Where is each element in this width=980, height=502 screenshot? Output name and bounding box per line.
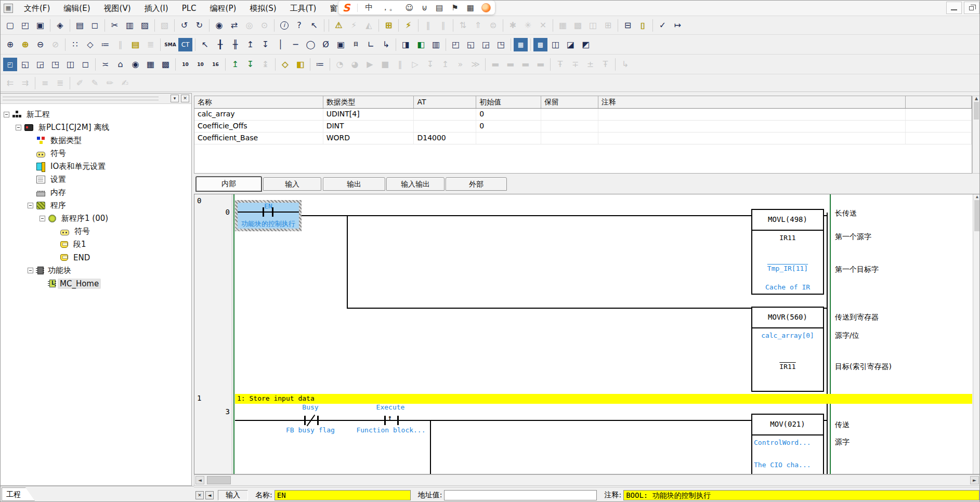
grid-icon[interactable]: ∷	[68, 38, 82, 51]
mov-operand1[interactable]: ControlWord...	[752, 439, 823, 446]
contact-nc-icon[interactable]: ╫	[228, 38, 242, 51]
new-icon[interactable]: ▢	[3, 19, 17, 32]
save-icon[interactable]: ▣	[33, 19, 47, 32]
tree-item-内存[interactable]: 内存	[1, 186, 191, 199]
window-mnemonic-icon[interactable]: ◱	[18, 58, 32, 71]
fb-name-field[interactable]: EN	[275, 490, 411, 500]
var-table-cell[interactable]: UDINT[4]	[323, 109, 414, 120]
tree-item-MC_Home[interactable]: MC_Home	[1, 277, 191, 290]
var-table-row[interactable]: calc_arrayUDINT[4]0	[194, 109, 972, 121]
var-table-cell[interactable]	[476, 133, 541, 144]
about-icon[interactable]: i	[277, 19, 291, 32]
menu-插入I[interactable]: 插入(I)	[138, 1, 175, 16]
var-table-cell[interactable]: Coefficient_Base	[194, 133, 323, 144]
ladder-horizontal-scrollbar[interactable]: ◄ ►	[194, 474, 980, 486]
memory-card-icon[interactable]: ▯	[636, 19, 650, 32]
address-reference-icon[interactable]: ⌂	[113, 58, 127, 71]
var-table-header-注释[interactable]: 注释	[598, 96, 906, 108]
fb-library-icon[interactable]: ◨	[399, 38, 413, 51]
var-table-row[interactable]: Coefficie_OffsDINT0	[194, 121, 972, 133]
monitor-signed-icon[interactable]: 10	[193, 58, 207, 71]
fb-comment-field[interactable]: BOOL: 功能块的控制执行	[623, 490, 979, 500]
zoom-select-icon[interactable]: ⊕	[18, 38, 32, 51]
edit-3-icon[interactable]: ◲	[479, 38, 493, 51]
ime-emoji-icon[interactable]: ☺	[401, 3, 417, 12]
contact-busy[interactable]	[304, 416, 306, 425]
zoom-in-icon[interactable]: ⊕	[3, 38, 17, 51]
var-table-cell[interactable]	[598, 121, 906, 132]
set-value-icon[interactable]: ◇	[278, 58, 292, 71]
var-table-row[interactable]: Coefficient_BaseWORDD14000	[194, 133, 972, 144]
contact-up-icon[interactable]: ↥	[243, 38, 257, 51]
tree-expander-icon[interactable]	[40, 216, 45, 221]
ladder-editor[interactable]: 0 0 1 3 EN 功能块的控制执行 MOVL(498) IR11 Tmp_I…	[194, 194, 980, 474]
selected-contact-en[interactable]: EN 功能块的控制执行	[235, 200, 302, 231]
compile-icon[interactable]: ◈	[53, 19, 67, 32]
tree-item-IO表和单元设置[interactable]: IO表和单元设置	[1, 160, 191, 173]
var-table-cell[interactable]: 0	[476, 109, 541, 120]
print-icon[interactable]: ▤	[73, 19, 87, 32]
sogou-logo-icon[interactable]: S	[343, 2, 350, 14]
go-rung-up-icon[interactable]: ↥	[228, 58, 242, 71]
var-table-header-名称[interactable]: 名称	[194, 96, 323, 108]
inverse-icon[interactable]: ↳	[379, 38, 393, 51]
rung-overview-icon[interactable]: ◇	[83, 38, 97, 51]
ime-chinese-mode-icon[interactable]: 中	[361, 3, 377, 12]
minimize-button[interactable]	[946, 2, 962, 14]
open-icon[interactable]: ◰	[18, 19, 32, 32]
movr-operand1[interactable]: calc_array[0]	[752, 332, 823, 339]
show-sma-icon[interactable]: SMA	[163, 38, 177, 51]
var-table-cell[interactable]	[906, 121, 972, 132]
menu-文件F[interactable]: 文件(F)	[17, 1, 57, 16]
fb-bar-back-button[interactable]: ◄	[205, 491, 214, 499]
var-table-cell[interactable]	[541, 109, 598, 120]
var-tab-输入输出[interactable]: 输入输出	[386, 177, 445, 191]
key-clear-icon[interactable]: ↦	[671, 19, 685, 32]
var-table-cell[interactable]: D14000	[414, 133, 476, 144]
var-table-cell[interactable]	[541, 133, 598, 144]
st-editor-icon[interactable]: ▥	[429, 38, 443, 51]
symbol-comments-icon[interactable]: ▤	[128, 38, 142, 51]
view-b-icon[interactable]: ◪	[564, 38, 578, 51]
show-ct-icon[interactable]: CT	[178, 38, 192, 51]
scroll-thumb[interactable]	[207, 476, 231, 484]
cross-reference-icon[interactable]: ≍	[98, 58, 112, 71]
coil-icon[interactable]: ◯	[304, 38, 318, 51]
key-set-icon[interactable]: ✓	[656, 19, 670, 32]
contact-execute[interactable]	[384, 416, 386, 425]
ladder-vertical-scrollbar[interactable]: ▲	[973, 194, 980, 474]
var-table-header-AT[interactable]: AT	[414, 96, 476, 108]
window-settings-icon[interactable]: ◻	[79, 58, 93, 71]
tree-expander-icon[interactable]	[28, 268, 33, 273]
tree-expander-icon[interactable]	[4, 112, 9, 117]
var-table-cell[interactable]: Coefficie_Offs	[194, 121, 323, 132]
var-table-cell[interactable]	[541, 121, 598, 132]
tree-expander-icon[interactable]	[16, 125, 21, 130]
ime-soft-keyboard-icon[interactable]: ▤	[432, 3, 447, 12]
workspace-close-button[interactable]: ✕	[181, 95, 189, 102]
menu-模拟S[interactable]: 模拟(S)	[243, 1, 283, 16]
menu-工具T[interactable]: 工具(T)	[283, 1, 323, 16]
view-a-icon[interactable]: ◫	[548, 38, 563, 51]
menu-编辑E[interactable]: 编辑(E)	[57, 1, 97, 16]
tree-item-新工程[interactable]: 新工程	[1, 108, 191, 121]
transfer-to-plc-icon[interactable]: ⚡	[401, 19, 415, 32]
var-table-cell[interactable]	[598, 133, 906, 144]
options-icon[interactable]: ⊟	[621, 19, 635, 32]
scroll-left-arrow[interactable]: ◄	[195, 476, 204, 484]
var-tab-输入[interactable]: 输入	[263, 177, 321, 191]
var-table-cell[interactable]	[414, 109, 476, 120]
app-icon[interactable]: ▦	[4, 4, 13, 13]
watch-icon[interactable]: ◉	[128, 58, 142, 71]
coil-nc-icon[interactable]: Ø	[319, 38, 333, 51]
horizontal-line-icon[interactable]: ─	[289, 38, 303, 51]
tree-item-程序[interactable]: 程序	[1, 199, 191, 212]
tab-project[interactable]: 工程	[2, 487, 35, 501]
help-icon[interactable]: ?	[292, 19, 306, 32]
var-tab-内部[interactable]: 内部	[195, 176, 262, 192]
fb-definition-icon[interactable]: ◧	[414, 38, 428, 51]
var-table-cell[interactable]	[906, 133, 972, 144]
view-c-icon[interactable]: ◩	[579, 38, 593, 51]
block-select-icon[interactable]: ▦	[514, 38, 528, 51]
fb-bar-close-button[interactable]: ✕	[195, 491, 204, 499]
